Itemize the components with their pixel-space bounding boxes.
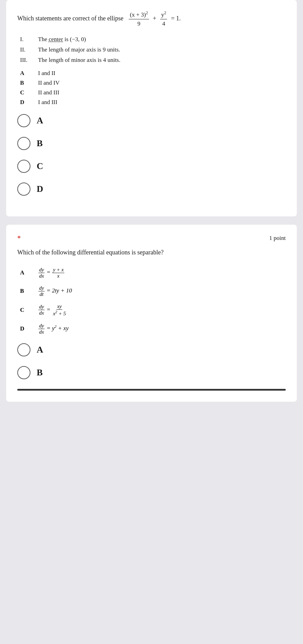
choice-D-label: D xyxy=(20,99,38,106)
statement-I: I. The center is (−3, 0) xyxy=(20,36,286,43)
q2-choice-D-row: D dy dx = y2 + xy xyxy=(20,323,286,335)
q2-choice-D-formula: dy dx = y2 + xy xyxy=(38,323,68,335)
choice-C-text: II and III xyxy=(38,89,59,96)
choice-C-row: C II and III xyxy=(20,89,286,96)
choice-B-label: B xyxy=(20,80,38,86)
radio-A-row: A xyxy=(17,114,286,127)
required-star: * xyxy=(17,234,21,242)
choice-B-text: II and IV xyxy=(38,80,59,86)
statement-list: I. The center is (−3, 0) II. The length … xyxy=(20,36,286,64)
q2-radio-A-row: A xyxy=(17,343,286,356)
choice-list-1: A I and II B II and IV C II and III D I … xyxy=(20,70,286,106)
q2-choice-C-label: C xyxy=(20,307,38,314)
q2-choice-A-row: A dy dx = y + x x xyxy=(20,267,286,279)
question-1-prefix: Which statements are correct of the elli… xyxy=(17,15,123,22)
radio-B[interactable] xyxy=(17,137,30,150)
q2-choice-D-label: D xyxy=(20,325,38,332)
radio-group-1: A B C D xyxy=(17,114,286,196)
q2-choice-list: A dy dx = y + x x B dy dt xyxy=(20,267,286,335)
q2-choice-C-formula: dy dx = xy x2 + 5 xyxy=(38,304,67,317)
q2-choice-B-row: B dy dt = 2ty + 10 xyxy=(20,285,286,297)
q2-choice-B-label: B xyxy=(20,288,38,295)
points-label: 1 point xyxy=(269,235,286,242)
choice-D-row: D I and III xyxy=(20,99,286,106)
radio-C-row: C xyxy=(17,160,286,173)
stmt-label-I: I. xyxy=(20,36,38,43)
radio-C-label: C xyxy=(37,161,43,171)
radio-A[interactable] xyxy=(17,114,30,127)
statement-II: II. The length of major axis is 9 units. xyxy=(20,46,286,53)
stmt-text-I: The center is (−3, 0) xyxy=(38,36,286,43)
radio-D-row: D xyxy=(17,183,286,196)
radio-C[interactable] xyxy=(17,160,30,173)
radio-group-2: A B xyxy=(17,343,286,379)
question-1-card: Which statements are correct of the elli… xyxy=(6,0,297,216)
choice-C-label: C xyxy=(20,89,38,96)
q2-choice-B-formula: dy dt = 2ty + 10 xyxy=(38,285,72,297)
points-row: * 1 point xyxy=(17,234,286,242)
stmt-text-III: The length of minor axis is 4 units. xyxy=(38,57,286,64)
q2-radio-A[interactable] xyxy=(17,343,30,356)
progress-bar xyxy=(17,389,286,391)
choice-A-label: A xyxy=(20,70,38,77)
question-2-text: Which of the following differential equa… xyxy=(17,248,286,257)
question-1-text: Which statements are correct of the elli… xyxy=(17,10,286,28)
radio-B-row: B xyxy=(17,137,286,150)
q2-radio-B-row: B xyxy=(17,366,286,379)
radio-D[interactable] xyxy=(17,183,30,196)
stmt-text-II: The length of major axis is 9 units. xyxy=(38,46,286,53)
radio-A-label: A xyxy=(37,115,43,126)
choice-B-row: B II and IV xyxy=(20,80,286,86)
q2-radio-A-label: A xyxy=(37,345,43,355)
choice-A-row: A I and II xyxy=(20,70,286,77)
section-divider xyxy=(0,221,303,225)
q2-radio-B-label: B xyxy=(37,367,43,378)
ellipse-formula: (x + 3)2 9 + y2 4 = 1. xyxy=(128,10,181,28)
choice-A-text: I and II xyxy=(38,70,55,77)
question-2-card: * 1 point Which of the following differe… xyxy=(6,225,297,402)
q2-radio-B[interactable] xyxy=(17,366,30,379)
statement-III: III. The length of minor axis is 4 units… xyxy=(20,57,286,64)
stmt-label-III: III. xyxy=(20,57,38,64)
choice-D-text: I and III xyxy=(38,99,57,106)
radio-B-label: B xyxy=(37,138,43,149)
q2-choice-A-label: A xyxy=(20,269,38,276)
q2-choice-C-row: C dy dx = xy x2 + 5 xyxy=(20,304,286,317)
q2-choice-A-formula: dy dx = y + x x xyxy=(38,267,65,279)
radio-D-label: D xyxy=(37,184,43,194)
stmt-label-II: II. xyxy=(20,46,38,53)
